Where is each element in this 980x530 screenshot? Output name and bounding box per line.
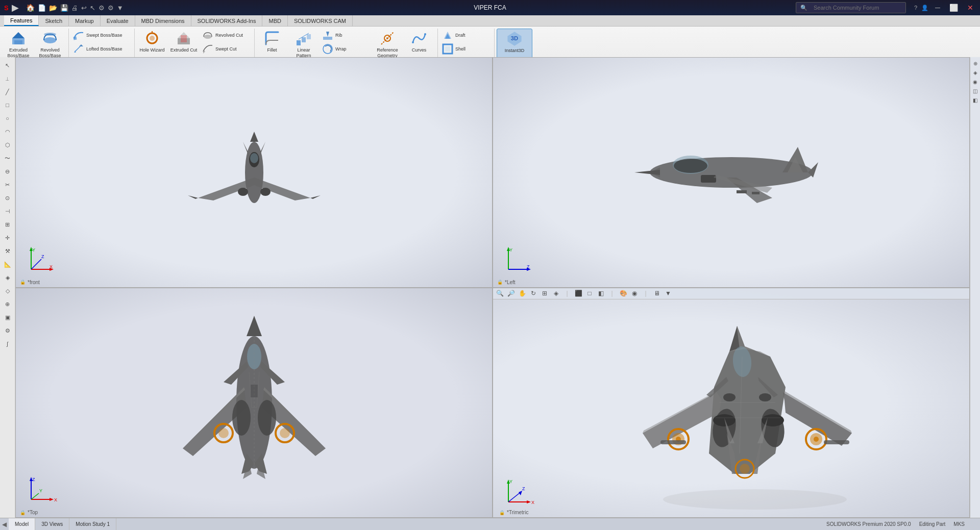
lofted-boss-tool[interactable]: Lofted Boss/Base bbox=[71, 42, 131, 56]
sidebar-fastening-icon[interactable]: ⚙ bbox=[2, 324, 14, 337]
sidebar-spline-icon[interactable]: 〜 bbox=[2, 152, 14, 164]
tab-solidworks-addins[interactable]: SOLIDWORKS Add-Ins bbox=[191, 15, 263, 26]
revolved-cut-tool[interactable]: Revolved Cut bbox=[200, 29, 251, 42]
close-button[interactable]: ✕ bbox=[965, 3, 976, 13]
save-icon[interactable]: 💾 bbox=[60, 4, 68, 12]
sidebar-surface-icon[interactable]: ◇ bbox=[2, 285, 14, 297]
rp-btn-5[interactable]: ◧ bbox=[971, 96, 979, 104]
search-container[interactable]: 🔍 bbox=[796, 2, 906, 13]
home-icon[interactable]: 🏠 bbox=[26, 4, 35, 12]
sidebar-rect-icon[interactable]: □ bbox=[2, 99, 14, 111]
draft-tool[interactable]: Draft bbox=[440, 29, 491, 42]
rp-btn-3[interactable]: ◉ bbox=[971, 78, 979, 86]
tri-appear-icon[interactable]: 🎨 bbox=[619, 289, 628, 298]
rp-btn-1[interactable]: ⊕ bbox=[971, 59, 979, 67]
tri-zoom-icon[interactable]: 🔍 bbox=[495, 289, 504, 298]
sidebar-pattern-icon[interactable]: ⊞ bbox=[2, 218, 14, 231]
sidebar-mold-icon[interactable]: ▣ bbox=[2, 311, 14, 323]
new-icon[interactable]: 📄 bbox=[38, 4, 46, 12]
search-input[interactable] bbox=[810, 4, 901, 12]
tri-rotate-icon[interactable]: ↻ bbox=[529, 289, 538, 298]
tri-wire-icon[interactable]: □ bbox=[585, 289, 594, 298]
tri-display-icon[interactable]: 🖥 bbox=[652, 289, 662, 298]
sidebar-move-icon[interactable]: ✛ bbox=[2, 232, 14, 244]
tab-mbd-dimensions[interactable]: MBD Dimensions bbox=[135, 15, 191, 26]
tri-pan-icon[interactable]: ✋ bbox=[518, 289, 527, 298]
tab-sketch[interactable]: Sketch bbox=[39, 15, 69, 26]
sidebar-offset-icon[interactable]: ⊙ bbox=[2, 192, 14, 204]
sidebar-weld-icon[interactable]: ⊕ bbox=[2, 298, 14, 310]
svg-marker-53 bbox=[188, 195, 198, 199]
svg-text:3D: 3D bbox=[511, 35, 518, 41]
tri-rend-icon[interactable]: ◉ bbox=[630, 289, 639, 298]
sidebar-circle-icon[interactable]: ○ bbox=[2, 112, 14, 124]
tab-mbd[interactable]: MBD bbox=[262, 15, 287, 26]
motion-study-tab[interactable]: Motion Study 1 bbox=[69, 518, 116, 530]
sidebar-ellipse-icon[interactable]: ⊖ bbox=[2, 165, 14, 178]
svg-marker-1 bbox=[12, 32, 24, 38]
top-view[interactable]: X Z Y *Top bbox=[15, 288, 493, 518]
restore-button[interactable]: ⬜ bbox=[947, 3, 961, 13]
swept-cut-tool[interactable]: Swept Cut bbox=[200, 42, 251, 56]
tri-view-icon[interactable]: ⬛ bbox=[574, 289, 583, 298]
sidebar-polygon-icon[interactable]: ⬡ bbox=[2, 139, 14, 151]
trimetric-view[interactable]: 🔍 🔎 ✋ ↻ ⊞ ◈ | ⬛ □ ◧ | 🎨 ◉ | 🖥 ▼ bbox=[493, 288, 970, 518]
wrap-tool[interactable]: Wrap bbox=[320, 42, 371, 56]
svg-point-118 bbox=[663, 489, 847, 510]
tri-3d-icon[interactable]: ◈ bbox=[551, 289, 560, 298]
tri-zoom2-icon[interactable]: 🔎 bbox=[506, 289, 516, 298]
minimize-button[interactable]: ─ bbox=[933, 3, 943, 13]
3d-views-tab[interactable]: 3D Views bbox=[35, 518, 69, 530]
user-icon[interactable]: 👤 bbox=[921, 5, 928, 11]
svg-text:Y: Y bbox=[39, 488, 42, 493]
print-icon[interactable]: 🖨 bbox=[71, 4, 78, 12]
curves-icon bbox=[411, 30, 427, 46]
shell-tool[interactable]: Shell bbox=[440, 42, 491, 56]
svg-text:Z: Z bbox=[527, 264, 530, 269]
model-tab[interactable]: Model bbox=[9, 518, 35, 530]
curves-label: Curves bbox=[412, 47, 427, 53]
dropdown-arrow[interactable]: ▼ bbox=[117, 4, 124, 12]
sidebar-trim-icon[interactable]: ✂ bbox=[2, 179, 14, 191]
tri-drop-icon[interactable]: ▼ bbox=[664, 289, 673, 298]
sidebar-select-icon[interactable]: ↖ bbox=[2, 59, 14, 71]
tab-evaluate[interactable]: Evaluate bbox=[101, 15, 135, 26]
tri-shade-icon[interactable]: ◧ bbox=[596, 289, 605, 298]
svg-line-68 bbox=[31, 259, 41, 269]
sidebar-smart-icon[interactable]: ⟂ bbox=[2, 72, 14, 85]
tab-features[interactable]: Features bbox=[4, 15, 39, 26]
rp-btn-2[interactable]: ◈ bbox=[971, 68, 979, 77]
menu-arrow[interactable]: ▶ bbox=[12, 2, 19, 13]
tab-markup[interactable]: Markup bbox=[69, 15, 101, 26]
sidebar-3d-icon[interactable]: ◈ bbox=[2, 271, 14, 284]
svg-text:Y: Y bbox=[509, 479, 512, 484]
front-view[interactable]: Y X Z *front bbox=[15, 57, 493, 288]
question-icon[interactable]: ? bbox=[914, 5, 917, 11]
window-title: VIPER FCA bbox=[474, 4, 506, 11]
select-icon[interactable]: ↖ bbox=[90, 4, 95, 12]
rib-tool[interactable]: Rib bbox=[320, 29, 371, 42]
sidebar-sketch-icon[interactable]: 📐 bbox=[2, 258, 14, 270]
tab-solidworks-cam[interactable]: SOLIDWORKS CAM bbox=[288, 15, 353, 26]
swept-boss-icon bbox=[73, 30, 84, 41]
options-icon[interactable]: ⚙ bbox=[108, 4, 114, 12]
tri-fit-icon[interactable]: ⊞ bbox=[540, 289, 549, 298]
undo-icon[interactable]: ↩ bbox=[81, 4, 87, 12]
sidebar-tools-icon[interactable]: ⚒ bbox=[2, 245, 14, 257]
sidebar-arc-icon[interactable]: ◠ bbox=[2, 125, 14, 138]
svg-marker-61 bbox=[250, 132, 258, 142]
left-view[interactable]: Y Z *Left bbox=[493, 57, 970, 288]
rp-btn-4[interactable]: ◫ bbox=[971, 87, 979, 95]
sidebar-mirror-icon[interactable]: ⊣ bbox=[2, 205, 14, 217]
left-view-axes: Y Z bbox=[503, 244, 534, 274]
open-icon[interactable]: 📂 bbox=[49, 4, 57, 12]
sidebar-line-icon[interactable]: ╱ bbox=[2, 86, 14, 98]
svg-rect-26 bbox=[302, 37, 306, 42]
swept-boss-tool[interactable]: Swept Boss/Base bbox=[71, 29, 131, 42]
scroll-left-btn[interactable]: ◀ bbox=[0, 521, 9, 528]
svg-rect-27 bbox=[307, 34, 311, 39]
rebuild-icon[interactable]: ⚙ bbox=[99, 4, 105, 12]
top-view-label: *Top bbox=[20, 510, 38, 515]
sidebar-curve-icon[interactable]: ∫ bbox=[2, 338, 14, 350]
svg-marker-154 bbox=[527, 500, 531, 503]
